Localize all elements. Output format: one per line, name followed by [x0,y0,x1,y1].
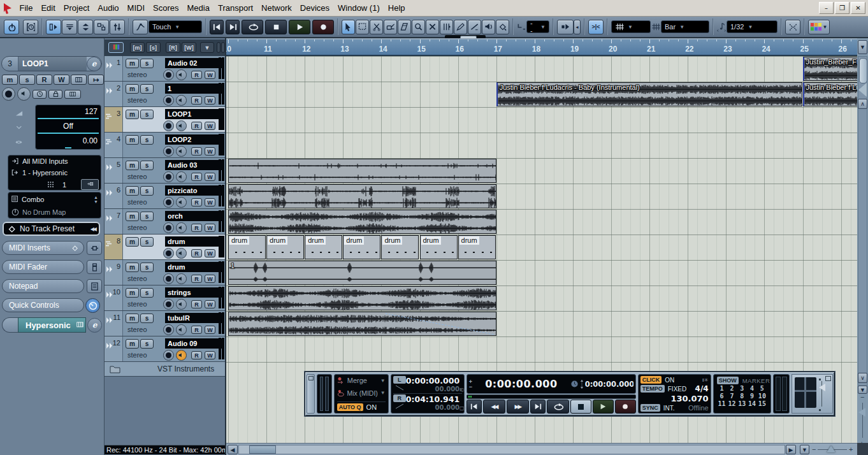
folder-track-vst-instruments[interactable]: VST Instruments [105,362,226,377]
menu-scores[interactable]: Scores [149,3,183,13]
scroll-left-button[interactable]: ◀ [228,445,238,454]
program-select[interactable]: Combo▲▼ [8,192,101,206]
menu-window[interactable]: Window (1) [334,3,384,13]
output-routing[interactable]: 1 - Hypersonic [8,167,101,178]
automation-mode-select[interactable]: Touch▼ [148,20,202,33]
menu-help[interactable]: Help [384,3,409,13]
track-row-7[interactable]: 7msorchstereoRW [105,209,226,235]
volume-value[interactable]: 127 [85,107,98,116]
track-write-button[interactable]: W [205,275,215,283]
track-solo-button[interactable]: s [140,161,154,170]
track-mute-button[interactable]: m [126,212,139,221]
midi-part-drum[interactable]: drum [420,235,458,259]
menu-transport[interactable]: Transport [213,3,257,13]
stop-button[interactable] [570,400,591,414]
info-line-button[interactable] [62,20,77,34]
marker-11[interactable]: 11 [717,400,727,408]
track-mute-button[interactable]: m [126,84,139,94]
vertical-scrollbar[interactable]: ▼∧∨▼−+ [857,38,868,455]
track-read-button[interactable]: R [191,224,202,232]
track-record-enable[interactable] [163,171,174,182]
track-monitor[interactable] [176,299,187,310]
quick-controls-button[interactable] [85,298,100,313]
quantize-select[interactable]: 1/32▼ [727,20,778,33]
track-record-enable[interactable] [163,299,174,310]
marker-13[interactable]: 13 [737,400,747,408]
mute-button[interactable]: m [2,75,18,85]
edit-channel-button[interactable]: e [87,57,101,71]
midi-record-mode-select[interactable]: Mix (MIDI)▼ [337,389,386,397]
goto-start-button[interactable] [467,400,482,414]
track-solo-button[interactable]: s [140,59,154,68]
marker-1[interactable]: 1 [717,385,727,393]
marker-3[interactable]: 3 [737,385,747,393]
volume-slider[interactable] [38,118,99,119]
vzoom-thumb[interactable] [858,408,865,417]
marker-2[interactable]: 2 [727,385,737,393]
scroll-up-button[interactable]: ∧ [858,99,867,109]
midi-inserts-button[interactable] [87,241,102,255]
instrument-edit-button[interactable]: e [87,318,102,333]
position-strip[interactable] [467,394,636,399]
minimize-button[interactable]: – [819,2,834,14]
tool-split[interactable] [370,20,383,34]
audio-event[interactable]: 1 [228,261,496,285]
track-record-enable[interactable] [163,197,174,208]
mixer-button[interactable] [110,20,125,34]
audio-event[interactable]: Justin_Bieber_Ft [803,57,858,81]
section-midi-inserts[interactable]: MIDI Inserts [2,241,84,255]
marker-7[interactable]: 7 [727,393,737,400]
click-row[interactable]: CLICKON‖✳ [640,376,709,384]
power-button[interactable] [4,20,19,34]
track-monitor[interactable] [176,324,187,335]
audio-event[interactable] [228,286,496,310]
transport-grip[interactable] [307,374,315,414]
close-button[interactable]: ✕ [851,2,865,14]
track-solo-button[interactable]: s [140,237,154,247]
track-write-button[interactable]: W [205,71,215,79]
track-mute-button[interactable]: m [126,314,139,323]
track-record-enable[interactable] [163,273,174,284]
marker-4[interactable]: 4 [747,385,757,393]
global-read-button[interactable]: [R] [166,42,180,53]
tool-mute[interactable] [426,20,439,34]
track-write-button[interactable]: W [205,351,215,359]
auto-quantize[interactable]: AUTO QON [337,401,386,411]
track-row-8[interactable]: 8msdrumRW [105,235,226,260]
hzoom-preset-button[interactable]: ▼ [800,445,809,454]
menu-edit[interactable]: Edit [37,3,59,13]
track-mute-button[interactable]: m [126,263,139,272]
track-read-button[interactable]: R [191,198,202,206]
track-record-enable[interactable] [163,69,174,80]
right-locator[interactable]: R0:04:10.94100.000▢‖ [393,393,462,411]
track-mute-button[interactable]: m [126,135,139,145]
track-solo-button[interactable]: s [140,110,154,119]
sync-row[interactable]: SYNCINT.Offline [640,404,709,412]
record-button[interactable] [312,20,334,34]
tempo-row[interactable]: TEMPOFIXED4/4 [640,384,709,393]
part-edit-mode-button[interactable] [785,20,800,34]
scroll-down-button[interactable]: ∨ [858,373,867,383]
snap-type-select[interactable]: ▼ [611,20,651,33]
track-row-5[interactable]: 5msAudio 03stereoRW [105,158,226,184]
global-mute-button[interactable]: [m] [130,42,145,53]
instrument-section[interactable]: Hypersonice [2,317,102,333]
prev-marker-button[interactable] [210,20,224,34]
lane-display-button[interactable] [64,90,81,99]
track-row-10[interactable]: 10msstringsstereoRW [105,285,226,311]
track-record-enable[interactable] [163,120,174,131]
clock-icon[interactable] [570,380,579,388]
bracket-clock-button[interactable] [23,20,38,34]
track-solo-button[interactable]: s [140,288,154,298]
track-write-button[interactable]: W [205,249,215,257]
tool-timewarp[interactable] [440,20,453,34]
track-read-button[interactable]: R [191,300,202,308]
midi-part-drum[interactable]: drum [266,235,304,259]
automation-curve-button[interactable] [133,20,148,34]
pool-button[interactable] [94,20,109,34]
track-solo-button[interactable]: s [140,84,154,94]
grid-type-select[interactable]: Bar▼ [661,20,709,33]
track-row-2[interactable]: 2ms1stereoRW [105,82,226,107]
track-record-enable[interactable] [163,350,174,361]
menu-audio[interactable]: Audio [94,3,123,13]
